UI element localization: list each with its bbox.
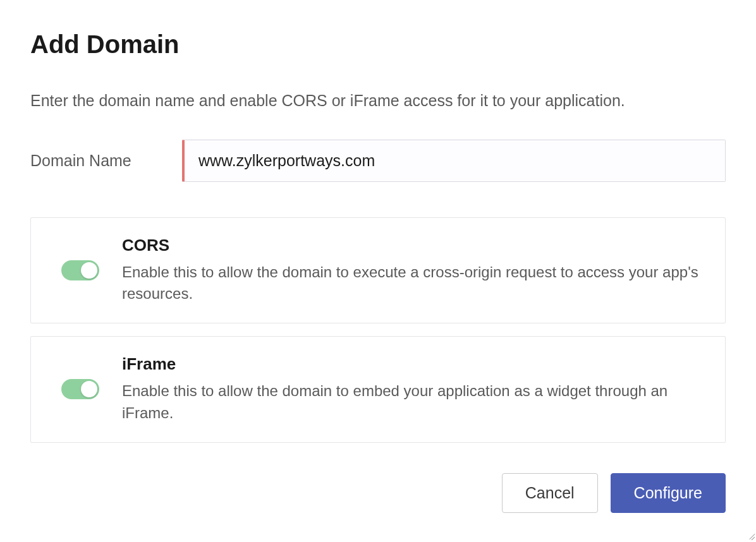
cors-description: Enable this to allow the domain to execu… [122, 262, 705, 306]
cors-toggle[interactable] [61, 260, 99, 280]
iframe-option-card: iFrame Enable this to allow the domain t… [30, 336, 726, 443]
cors-option-card: CORS Enable this to allow the domain to … [30, 217, 726, 324]
iframe-content: iFrame Enable this to allow the domain t… [122, 354, 705, 425]
cancel-button[interactable]: Cancel [502, 473, 598, 513]
iframe-title: iFrame [122, 354, 705, 374]
page-title: Add Domain [30, 30, 726, 59]
cors-content: CORS Enable this to allow the domain to … [122, 236, 705, 306]
configure-button[interactable]: Configure [611, 473, 726, 513]
domain-name-row: Domain Name [30, 140, 726, 182]
page-description: Enter the domain name and enable CORS or… [30, 89, 726, 113]
domain-name-label: Domain Name [30, 152, 182, 170]
domain-name-input[interactable] [182, 140, 726, 182]
button-row: Cancel Configure [30, 473, 726, 513]
iframe-toggle[interactable] [61, 379, 99, 399]
cors-title: CORS [122, 236, 705, 255]
iframe-description: Enable this to allow the domain to embed… [122, 380, 705, 425]
